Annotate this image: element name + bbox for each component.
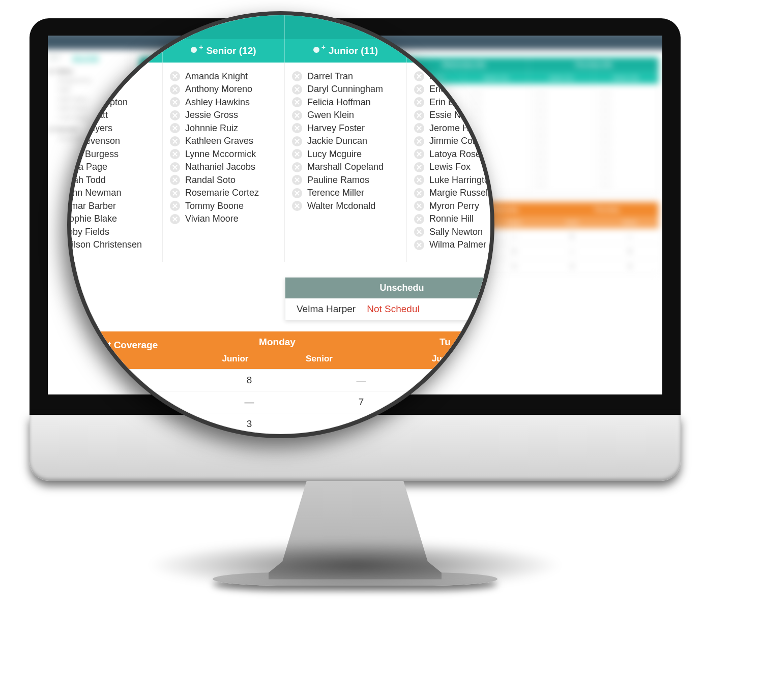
roster-person[interactable]: Jackie Duncan: [292, 136, 399, 146]
roster-person[interactable]: Harvey Foster: [292, 123, 399, 134]
person-name: Amanda Knight: [185, 71, 248, 82]
add-person-icon[interactable]: [191, 45, 202, 56]
roster-person[interactable]: Marshall Copeland: [292, 162, 399, 172]
roster-person[interactable]: Sophie Blake: [67, 214, 155, 224]
roster-column: Amanda KnightAnthony MorenoAshley Hawkin…: [163, 63, 285, 262]
unscheduled-name: Velma Harper: [297, 303, 356, 315]
remove-icon[interactable]: [170, 201, 180, 211]
remove-icon[interactable]: [414, 136, 424, 146]
remove-icon[interactable]: [292, 123, 302, 133]
person-name: Jackie Duncan: [307, 136, 367, 146]
monitor-shadow: [60, 530, 650, 601]
sidebar-item[interactable]: Staff: [58, 86, 122, 93]
roster-person[interactable]: Ronnie Hill: [414, 214, 494, 224]
remove-icon[interactable]: [414, 214, 424, 224]
remove-icon[interactable]: [170, 175, 180, 185]
person-name: Harvey Foster: [307, 123, 365, 134]
roster-person[interactable]: Ashley Hawkins: [170, 97, 277, 108]
person-name: Nathaniel Jacobs: [185, 162, 255, 172]
remove-icon[interactable]: [292, 71, 302, 81]
remove-icon[interactable]: [414, 175, 424, 185]
remove-icon[interactable]: [170, 97, 180, 107]
remove-icon[interactable]: [414, 149, 424, 159]
roster-person[interactable]: Anthony Moreno: [170, 84, 277, 95]
roster-person[interactable]: Daryl Cunningham: [292, 84, 399, 95]
remove-icon[interactable]: [414, 123, 424, 133]
roster-person[interactable]: Wilma Palmer: [414, 239, 494, 250]
remove-icon[interactable]: [414, 162, 424, 172]
person-name: Ronnie Hill: [429, 214, 474, 224]
remove-icon[interactable]: [170, 149, 180, 159]
roster-person[interactable]: Lana Page: [67, 162, 155, 172]
remove-icon[interactable]: [414, 240, 424, 250]
roster-person[interactable]: Pauline Ramos: [292, 175, 399, 186]
roster-person[interactable]: Kathleen Graves: [170, 136, 277, 146]
remove-icon[interactable]: [170, 110, 180, 120]
remove-icon[interactable]: [170, 123, 180, 133]
roster-person[interactable]: Toby Fields: [67, 227, 155, 237]
person-name: Tommy Boone: [185, 201, 244, 211]
roster-person[interactable]: Omar Barber: [67, 201, 155, 211]
remove-icon[interactable]: [414, 84, 424, 95]
roster-person[interactable]: Amanda Knight: [170, 71, 277, 82]
roster-person[interactable]: Wilson Christensen: [67, 239, 155, 250]
remove-icon[interactable]: [292, 188, 302, 198]
roster-person[interactable]: Nathaniel Jacobs: [170, 162, 277, 172]
sidebar-tab-edit[interactable]: EDIT: [49, 55, 61, 62]
remove-icon[interactable]: [170, 162, 180, 172]
remove-icon[interactable]: [414, 97, 424, 107]
coverage-day-monday: Monday Junior Senior: [193, 331, 361, 369]
unscheduled-row[interactable]: Velma Harper Not Schedul: [285, 298, 494, 320]
group-header-junior-tue[interactable]: Junior (11): [285, 39, 407, 63]
group-header-senior-mon[interactable]: Senior (12): [163, 39, 285, 63]
roster-person[interactable]: Felicia Hoffman: [292, 97, 399, 108]
remove-icon[interactable]: [292, 149, 302, 159]
remove-icon[interactable]: [414, 110, 424, 120]
add-person-icon[interactable]: [313, 45, 325, 56]
roster-person[interactable]: Walter Mcdonald: [292, 201, 399, 211]
remove-icon[interactable]: [292, 84, 302, 95]
roster-person[interactable]: Jose Burgess: [67, 149, 155, 160]
roster-person[interactable]: Margie Russell: [414, 188, 494, 198]
remove-icon[interactable]: [292, 110, 302, 120]
remove-icon[interactable]: [292, 97, 302, 107]
roster-person[interactable]: Gwen Klein: [292, 110, 399, 120]
remove-icon[interactable]: [170, 71, 180, 81]
person-name: Leah Todd: [67, 175, 106, 186]
coverage-cell: —: [193, 391, 305, 413]
roster-person[interactable]: Lewis Fox: [414, 162, 494, 172]
remove-icon[interactable]: [414, 71, 424, 81]
roster-person[interactable]: Johnnie Ruiz: [170, 123, 277, 134]
roster-person[interactable]: Rosemarie Cortez: [170, 188, 277, 198]
roster-person[interactable]: Sally Newton: [414, 227, 494, 237]
remove-icon[interactable]: [292, 136, 302, 146]
remove-icon[interactable]: [170, 84, 180, 95]
remove-icon[interactable]: [292, 175, 302, 185]
roster-person[interactable]: Randal Soto: [170, 175, 277, 186]
roster-person[interactable]: Lucy Mcguire: [292, 149, 399, 160]
remove-icon[interactable]: [170, 188, 180, 198]
roster-person[interactable]: Myron Perry: [414, 201, 494, 211]
person-name: Johnnie Ruiz: [185, 123, 238, 134]
roster-person[interactable]: Lynn Newman: [67, 188, 155, 198]
roster-person[interactable]: Vivian Moore: [170, 214, 277, 224]
sidebar-item[interactable]: Assignments: [58, 77, 122, 83]
person-name: Lewis Fox: [429, 162, 471, 172]
remove-icon[interactable]: [292, 162, 302, 172]
remove-icon[interactable]: [414, 227, 424, 237]
remove-icon[interactable]: [414, 201, 424, 211]
remove-icon[interactable]: [170, 214, 180, 224]
roster-person[interactable]: Jessie Gross: [170, 110, 277, 120]
person-name: Wilson Christensen: [67, 239, 142, 250]
roster-person[interactable]: Tommy Boone: [170, 201, 277, 211]
roster-person[interactable]: Darrel Tran: [292, 71, 399, 82]
roster-person[interactable]: Luke Harrington: [414, 175, 494, 186]
person-name: Gwen Klein: [307, 110, 354, 120]
roster-person[interactable]: Leah Todd: [67, 175, 155, 186]
sidebar-tab-solution[interactable]: SOLUTION: [72, 55, 99, 62]
remove-icon[interactable]: [292, 201, 302, 211]
remove-icon[interactable]: [170, 136, 180, 146]
roster-person[interactable]: Lynne Mccormick: [170, 149, 277, 160]
remove-icon[interactable]: [414, 188, 424, 198]
roster-person[interactable]: Terence Miller: [292, 188, 399, 198]
